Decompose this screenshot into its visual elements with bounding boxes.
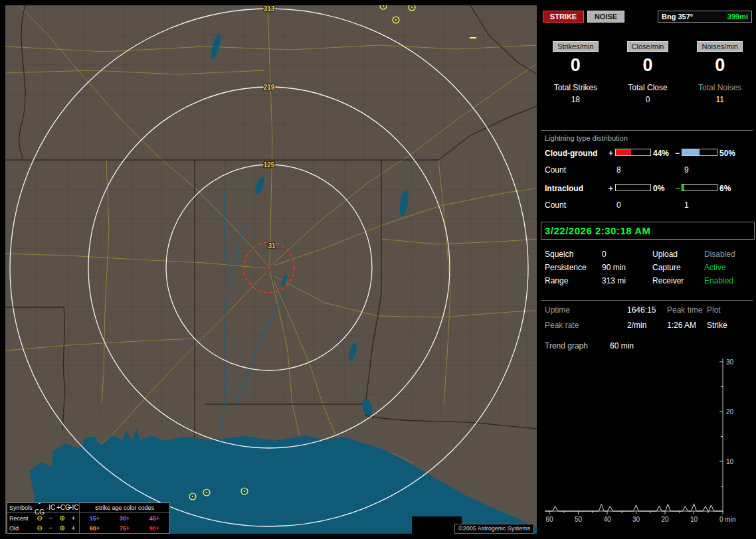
close-column: Close/min 0 Total Close 0: [612, 41, 684, 104]
age-90: 90+: [140, 524, 169, 533]
ic-minus-bar: [682, 184, 717, 191]
stats-row: Uptime 1646:15 Peak time Plot: [539, 305, 756, 316]
count-label: Count: [545, 200, 566, 210]
peak-rate-label: Peak rate: [545, 321, 579, 330]
trend-graph: 30 20 10 60 50 40 30 20 10 0 min: [539, 354, 756, 531]
age-30: 30+: [110, 514, 140, 523]
age-75: 75+: [110, 524, 140, 533]
noises-per-min-chip[interactable]: Noises/min: [697, 41, 742, 52]
total-noises-label: Total Noises: [684, 83, 756, 92]
receiver-status: Enabled: [704, 276, 733, 285]
y-tick-20: 20: [726, 408, 734, 416]
minus-sign: −: [675, 149, 680, 158]
ic-plus-count: 0: [616, 200, 621, 210]
neg-cg-symbol-icon: ⊖: [34, 514, 45, 523]
total-strikes-label: Total Strikes: [539, 83, 612, 92]
settings-row: Persistence 90 min Capture Active: [539, 263, 756, 273]
noises-column: Noises/min 0 Total Noises 11: [684, 41, 756, 104]
total-noises-value: 11: [684, 95, 756, 104]
strikes-per-min-chip[interactable]: Strikes/min: [553, 41, 598, 52]
pos-ic-symbol-icon: +: [68, 514, 79, 523]
close-per-min-chip[interactable]: Close/min: [627, 41, 669, 52]
ic-plus-bar: [615, 184, 651, 191]
ic-minus-count: 1: [684, 200, 689, 210]
map-legend: Symbols -CG -IC +CG +IC Strike age color…: [7, 502, 170, 534]
range-label: Range: [545, 276, 568, 285]
strikes-column: Strikes/min 0 Total Strikes 18: [539, 41, 612, 104]
legend-col-pos-ic: +IC: [68, 503, 79, 512]
lightning-map[interactable]: 313 219 125 31: [5, 5, 537, 534]
pos-cg-symbol-icon: ⊕: [56, 524, 68, 533]
distribution-title: Lightning type distribution: [545, 134, 628, 142]
stats-row: Peak rate 2/min 1:26 AM Strike: [539, 321, 756, 331]
uptime-label: Uptime: [545, 305, 570, 315]
total-close-label: Total Close: [612, 83, 684, 92]
squelch-label: Squelch: [545, 250, 573, 259]
range-label-125: 125: [264, 161, 275, 169]
strike-mode-button[interactable]: STRIKE: [543, 11, 584, 23]
persistence-label: Persistence: [545, 263, 587, 272]
cg-count-row: Count 8 9: [539, 165, 756, 175]
legend-recent-row: Recent ⊖ − ⊕ + 15+ 30+ 45+: [7, 513, 169, 523]
cg-plus-percent: 44%: [653, 149, 669, 158]
cg-minus-percent: 50%: [719, 149, 735, 158]
settings-row: Squelch 0 Upload Disabled: [539, 250, 756, 260]
legend-symbols-title: Symbols: [7, 503, 34, 512]
upload-status: Disabled: [704, 250, 735, 259]
legend-header-row: Symbols -CG -IC +CG +IC Strike age color…: [7, 503, 169, 513]
bearing-value: Bng 357°: [662, 11, 693, 22]
trend-graph-row: Trend graph 60 min: [539, 341, 756, 352]
peak-time-value: 1:26 AM: [667, 321, 696, 330]
plus-sign: +: [609, 184, 613, 193]
plus-sign: +: [609, 149, 613, 158]
copyright-notice: ©2005 Astrogenic Systems: [454, 524, 534, 534]
age-60: 60+: [80, 524, 110, 533]
intracloud-label: Intracloud: [545, 184, 583, 193]
total-strikes-value: 18: [539, 95, 612, 104]
cloud-ground-row: Cloud-ground + 44% − 50%: [539, 149, 756, 158]
count-label: Count: [545, 165, 566, 175]
old-age-codes: 60+ 75+ 90+: [79, 523, 169, 533]
cg-plus-count: 8: [616, 165, 621, 175]
recent-age-codes: 15+ 30+ 45+: [79, 513, 169, 523]
uptime-value: 1646:15: [627, 305, 656, 315]
x-tick-50: 50: [575, 516, 583, 523]
x-tick-30: 30: [632, 516, 640, 523]
datetime-display: 3/22/2026 2:30:18 AM: [541, 222, 755, 240]
range-label-219: 219: [264, 84, 275, 91]
plot-value: Strike: [707, 321, 727, 330]
total-close-value: 0: [612, 95, 684, 104]
peak-time-label: Peak time: [667, 305, 702, 315]
capture-label: Capture: [652, 263, 681, 272]
trend-window-value: 60 min: [610, 341, 634, 350]
x-tick-0-min: 0 min: [719, 516, 735, 523]
cloud-ground-label: Cloud-ground: [545, 149, 597, 158]
y-tick-30: 30: [726, 358, 734, 366]
trend-line: [545, 504, 723, 511]
legend-col-neg-ic: -IC: [45, 503, 56, 512]
pos-ic-symbol-icon: +: [68, 524, 79, 533]
range-value: 313 mi: [602, 276, 626, 285]
bearing-display: Bng 357° 399mi: [658, 11, 752, 23]
graph-axes: [545, 358, 723, 514]
plot-label: Plot: [707, 305, 721, 315]
graph-tick-labels: 30 20 10 60 50 40 30 20 10 0 min: [545, 358, 735, 523]
map-area: 313 219 125 31 Symbols -CG -IC +CG +IC S…: [5, 5, 537, 534]
control-panel: STRIKE NOISE Bng 357° 399mi Strikes/min …: [539, 0, 756, 539]
squelch-value: 0: [602, 250, 607, 259]
trend-graph-label: Trend graph: [545, 341, 588, 350]
divider: [541, 130, 753, 131]
settings-row: Range 313 mi Receiver Enabled: [539, 276, 756, 287]
neg-ic-symbol-icon: −: [45, 514, 56, 523]
age-15: 15+: [80, 514, 110, 523]
noise-mode-button[interactable]: NOISE: [587, 11, 624, 23]
cg-minus-bar: [682, 149, 717, 156]
intracloud-row: Intracloud + 0% − 6%: [539, 184, 756, 193]
legend-recent-label: Recent: [7, 514, 34, 523]
divider: [541, 300, 753, 301]
receiver-label: Receiver: [652, 276, 684, 285]
persistence-value: 90 min: [602, 263, 626, 272]
ic-count-row: Count 0 1: [539, 200, 756, 210]
strikes-per-min-value: 0: [539, 55, 612, 75]
x-tick-10: 10: [690, 516, 698, 523]
